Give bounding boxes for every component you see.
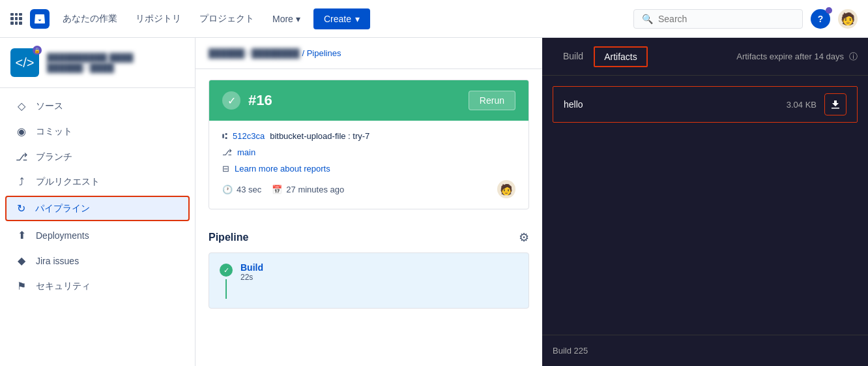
pipeline-number: #16: [248, 92, 272, 109]
pipeline-section-title: Pipeline: [209, 232, 248, 243]
sidebar: </> 🔒 ██████████ ████ ██████ / ████ ◇ ソー…: [0, 38, 195, 366]
reports-row: ⊟ Learn more about reports: [222, 164, 515, 174]
download-icon: [830, 99, 841, 110]
calendar-icon: 📅: [272, 185, 282, 194]
search-icon: 🔍: [642, 14, 653, 24]
my-work-link[interactable]: あなたの作業: [57, 10, 123, 27]
artifact-size: 3.04 KB: [787, 100, 817, 110]
sidebar-item-label: Deployments: [36, 230, 89, 241]
time-ago-item: 📅 27 minutes ago: [272, 185, 344, 194]
commit-message: bitbucket-upload-file : try-7: [270, 131, 369, 141]
artifact-name: hello: [564, 99, 583, 110]
projects-link[interactable]: プロジェクト: [194, 10, 259, 27]
repo-name: ██████████ ████: [47, 53, 177, 63]
pipelines-icon: ↻: [14, 202, 27, 215]
sidebar-item-commits[interactable]: ◉ コミット: [0, 119, 195, 144]
sidebar-item-security[interactable]: ⚑ セキュリティ: [0, 273, 195, 299]
bitbucket-logo[interactable]: [30, 9, 50, 29]
main-layout: </> 🔒 ██████████ ████ ██████ / ████ ◇ ソー…: [0, 38, 868, 366]
sidebar-header: </> 🔒 ██████████ ████ ██████ / ████: [0, 38, 195, 88]
breadcrumb-text: ██████ / ████████ / Pipelines: [209, 48, 341, 58]
more-link[interactable]: More ▾: [267, 11, 306, 27]
chevron-down-icon: ▾: [355, 14, 360, 24]
sidebar-item-branches[interactable]: ⎇ ブランチ: [0, 144, 195, 170]
pipeline-card-body: ⑆ 512c3ca bitbucket-upload-file : try-7 …: [209, 121, 528, 209]
sidebar-item-jira-issues[interactable]: ◆ Jira issues: [0, 248, 195, 273]
artifact-right: 3.04 KB: [787, 93, 846, 115]
question-mark-icon: ?: [818, 14, 824, 24]
sidebar-item-label: ブランチ: [36, 151, 72, 163]
grid-menu-icon[interactable]: [10, 13, 22, 25]
expire-msg-area: Artifacts expire after 14 days ⓘ: [736, 51, 858, 63]
pipeline-breadcrumb: ██████ / ████████ / Pipelines: [195, 38, 542, 69]
sidebar-nav: ◇ ソース ◉ コミット ⎇ ブランチ ⤴ プルリクエスト ↻ パイプライン ⬆…: [0, 88, 195, 304]
branches-icon: ⎇: [15, 151, 28, 163]
step-success-dot: ✓: [220, 264, 233, 277]
tab-build[interactable]: Build: [553, 40, 594, 73]
rerun-button[interactable]: Rerun: [469, 91, 515, 110]
commit-icon: ⑆: [222, 131, 227, 141]
tab-artifacts[interactable]: Artifacts: [594, 46, 648, 67]
right-panel-tabs: Build Artifacts Artifacts expire after 1…: [542, 38, 868, 76]
repo-info: ██████████ ████ ██████ / ████: [47, 53, 184, 72]
step-name: Build: [240, 262, 263, 273]
download-button[interactable]: [824, 93, 846, 115]
pipeline-section-header: Pipeline ⚙: [209, 230, 529, 245]
pipeline-meta: 🕐 43 sec 📅 27 minutes ago 🧑: [222, 180, 515, 198]
sidebar-item-source[interactable]: ◇ ソース: [0, 93, 195, 119]
pull-requests-icon: ⤴: [15, 176, 28, 188]
pipeline-card-header-left: ✓ #16: [222, 91, 272, 110]
build-step-indicator: ✓: [220, 262, 233, 299]
topnav-right: 🔍 ? 🧑: [633, 9, 858, 29]
info-circle-icon[interactable]: ⓘ: [849, 51, 858, 63]
pipeline-section: Pipeline ⚙ ✓ Build 22s: [195, 220, 542, 319]
security-icon: ⚑: [15, 280, 28, 292]
help-button[interactable]: ?: [811, 9, 830, 29]
sidebar-item-label: ソース: [36, 100, 63, 112]
deployments-icon: ⬆: [15, 229, 28, 241]
repo-breadcrumb: ██████ / ████: [47, 63, 184, 72]
chevron-down-icon: ▾: [296, 14, 300, 24]
commit-row: ⑆ 512c3ca bitbucket-upload-file : try-7: [222, 131, 515, 141]
sidebar-item-label: セキュリティ: [36, 281, 91, 292]
step-duration: 22s: [240, 273, 263, 282]
pipeline-card-header: ✓ #16 Rerun: [209, 80, 528, 121]
reports-icon: ⊟: [222, 164, 229, 174]
repo-icon: </> 🔒: [10, 48, 39, 77]
sidebar-item-label: Jira issues: [36, 256, 79, 266]
build-225-text: Build 225: [553, 346, 588, 356]
jira-icon: ◆: [15, 254, 28, 267]
reports-link[interactable]: Learn more about reports: [235, 164, 330, 174]
branch-row: ⎇ main: [222, 147, 515, 157]
topnav-left: あなたの作業 リポジトリ プロジェクト More ▾ Create ▾: [10, 8, 626, 29]
commit-hash-link[interactable]: 512c3ca: [233, 131, 265, 141]
duration-item: 🕐 43 sec: [222, 185, 261, 194]
step-checkmark-icon: ✓: [224, 266, 229, 275]
lock-badge: 🔒: [33, 46, 42, 55]
right-panel: Build Artifacts Artifacts expire after 1…: [542, 38, 868, 366]
duration-value: 43 sec: [237, 185, 261, 194]
sidebar-item-pull-requests[interactable]: ⤴ プルリクエスト: [0, 170, 195, 194]
expire-message: Artifacts expire after 14 days: [736, 52, 844, 61]
pipeline-user-avatar: 🧑: [497, 180, 515, 198]
build-step-card: ✓ Build 22s: [209, 252, 529, 309]
branch-link[interactable]: main: [237, 147, 255, 157]
sidebar-item-pipelines[interactable]: ↻ パイプライン: [5, 196, 190, 221]
pipeline-card: ✓ #16 Rerun ⑆ 512c3ca bitbucket-upload-f…: [209, 80, 529, 209]
sidebar-item-label: コミット: [36, 126, 72, 138]
artifacts-list: hello 3.04 KB: [542, 76, 868, 335]
search-input[interactable]: [658, 14, 794, 24]
user-avatar[interactable]: 🧑: [838, 9, 858, 29]
checkmark-icon: ✓: [227, 95, 236, 107]
commits-icon: ◉: [15, 125, 28, 138]
sidebar-item-label: プルリクエスト: [36, 176, 100, 188]
sidebar-item-deployments[interactable]: ⬆ Deployments: [0, 222, 195, 248]
build-225-section: Build 225: [542, 335, 868, 366]
settings-gear-icon[interactable]: ⚙: [519, 230, 529, 245]
search-box[interactable]: 🔍: [633, 9, 803, 29]
notification-badge: [826, 7, 832, 14]
repositories-link[interactable]: リポジトリ: [130, 10, 186, 27]
sidebar-item-label: パイプライン: [35, 203, 90, 215]
create-button[interactable]: Create ▾: [313, 8, 370, 29]
center-content: ██████ / ████████ / Pipelines ✓ #16 Reru…: [195, 38, 542, 366]
